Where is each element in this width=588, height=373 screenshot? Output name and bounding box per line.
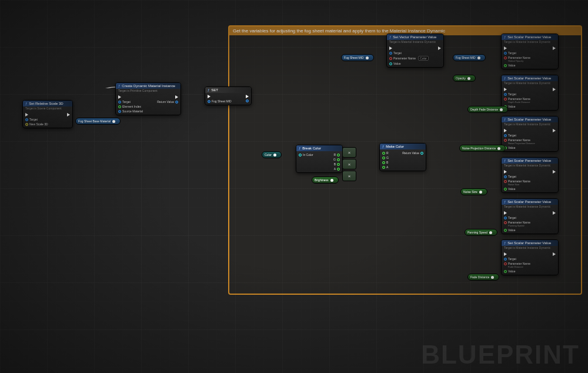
pin-Value[interactable]: Value	[504, 105, 530, 108]
node-header[interactable]: ƒSet Scalar Parameter Value	[502, 240, 558, 246]
pin-Value[interactable]: Value	[504, 187, 530, 191]
pin-exec[interactable]	[25, 113, 48, 116]
pin-exec[interactable]	[389, 46, 429, 50]
pin-exec[interactable]	[504, 211, 530, 215]
pin-G[interactable]: G	[382, 156, 389, 159]
node-ss5[interactable]: ƒSet Scalar Parameter ValueTarget is Mat…	[501, 198, 559, 234]
node-header[interactable]: ƒSet Relative Scale 3D	[23, 101, 72, 106]
pin-Return Value[interactable]: Return Value	[402, 151, 423, 155]
node-setVector[interactable]: ƒSet Vector Parameter ValueTarget is Mat…	[386, 34, 444, 68]
pin-R[interactable]: R	[333, 153, 340, 156]
pin-Target[interactable]: Target	[25, 118, 48, 121]
node-ss2[interactable]: ƒSet Scalar Parameter ValueTarget is Mat…	[501, 75, 559, 111]
pin-Target[interactable]: Target	[389, 51, 429, 55]
node-set[interactable]: ƒSETFog Sheet MID	[205, 86, 252, 105]
pin-Value[interactable]: Value	[504, 228, 530, 232]
node-header[interactable]: ƒSet Scalar Parameter Value	[502, 34, 558, 40]
pin-exec[interactable]	[552, 170, 556, 174]
pin-exec[interactable]	[504, 88, 530, 91]
pin-Value[interactable]: Value	[504, 64, 530, 67]
pin-New Scale 3D[interactable]: New Scale 3D	[25, 122, 48, 126]
node-setScale[interactable]: ƒSet Relative Scale 3DTarget is Scene Co…	[22, 100, 73, 128]
pin-Parameter Name[interactable]: Parameter NameColor	[389, 56, 429, 61]
pin-Target[interactable]: Target	[504, 134, 535, 137]
pin-exec[interactable]	[208, 95, 232, 98]
pin-exec[interactable]	[504, 46, 530, 50]
node-header[interactable]: ƒSet Scalar Parameter Value	[502, 199, 558, 205]
variable-noiseProj[interactable]: Noise Projection Distance	[459, 145, 506, 152]
pin-exec[interactable]	[118, 95, 143, 99]
node-header[interactable]: ƒSet Vector Parameter Value	[387, 34, 443, 40]
variable-noiseSize[interactable]: Noise Size	[460, 188, 487, 195]
pin-exec[interactable]	[504, 252, 530, 256]
pin-exec[interactable]	[552, 88, 556, 91]
node-createMID[interactable]: ƒCreate Dynamic Material InstanceTarget …	[115, 82, 181, 115]
pin-Target[interactable]: Target	[504, 216, 530, 219]
node-header[interactable]: ƒSet Scalar Parameter Value	[502, 75, 558, 81]
pin-exec[interactable]	[66, 113, 70, 116]
pin-exec[interactable]	[552, 211, 556, 215]
variable-mid1[interactable]: Fog Sheet MID	[341, 54, 374, 61]
pin-B[interactable]: B	[382, 161, 389, 164]
pin-exec[interactable]	[552, 129, 556, 132]
node-makeColor[interactable]: ƒMake ColorRGBAReturn Value	[379, 143, 426, 171]
pin-exec[interactable]	[552, 46, 556, 50]
variable-mid2[interactable]: Fog Sheet MID	[453, 54, 486, 61]
pin-exec[interactable]	[157, 95, 178, 99]
multiply-node-1[interactable]: ×	[342, 159, 356, 169]
pin-Fog Sheet MID[interactable]: Fog Sheet MID	[208, 99, 232, 103]
node-header[interactable]: ƒBreak Color	[296, 145, 342, 151]
pin-R[interactable]: R	[382, 151, 389, 155]
pin-exec[interactable]	[245, 95, 249, 98]
node-header[interactable]: ƒSet Scalar Parameter Value	[502, 158, 558, 164]
variable-opacity[interactable]: Opacity	[453, 75, 476, 82]
pin-Value[interactable]: Value	[389, 62, 429, 65]
pin-exec[interactable]	[552, 252, 556, 256]
pin-Target[interactable]: Target	[118, 100, 143, 104]
pin-Return Value[interactable]: Return Value	[157, 100, 178, 104]
node-ss1[interactable]: ƒSet Scalar Parameter ValueTarget is Mat…	[501, 34, 559, 69]
pin-In Color[interactable]: In Color	[299, 153, 313, 156]
pin-Element Index[interactable]: Element Index	[118, 105, 143, 108]
pin-Value[interactable]: Value	[504, 146, 535, 149]
variable-fogSheetMat[interactable]: Fog Sheet Base Material	[75, 118, 121, 125]
pin-Target[interactable]: Target	[504, 257, 530, 261]
node-ss4[interactable]: ƒSet Scalar Parameter ValueTarget is Mat…	[501, 157, 559, 193]
node-ss3[interactable]: ƒSet Scalar Parameter ValueTarget is Mat…	[501, 116, 559, 152]
pin-Source Material[interactable]: Source Material	[118, 109, 143, 113]
pin-exec[interactable]	[504, 129, 535, 132]
variable-brightness[interactable]: Brightness	[312, 176, 339, 184]
pin-exec[interactable]	[437, 46, 441, 50]
pin-G[interactable]: G	[333, 158, 340, 161]
pin-Target[interactable]: Target	[504, 175, 530, 178]
multiply-node-2[interactable]: ×	[342, 171, 356, 181]
node-header[interactable]: ƒMake Color	[380, 144, 426, 149]
variable-color[interactable]: Color	[262, 151, 282, 158]
node-breakColor[interactable]: ƒBreak ColorIn ColorRGBA	[296, 145, 343, 173]
variable-panSpeed[interactable]: Panning Speed	[465, 229, 497, 236]
variable-depthFade[interactable]: Depth Fade Distance	[467, 106, 508, 113]
variable-fadeDist[interactable]: Fade Distance	[467, 274, 499, 281]
node-header[interactable]: ƒCreate Dynamic Material Instance	[116, 83, 181, 89]
pin-exec[interactable]	[504, 170, 530, 174]
pin-blue[interactable]	[245, 99, 249, 102]
pin-Value[interactable]: Value	[504, 269, 530, 273]
pin-B[interactable]: B	[333, 162, 340, 166]
multiply-node-0[interactable]: ×	[342, 147, 356, 158]
node-ss6[interactable]: ƒSet Scalar Parameter ValueTarget is Mat…	[501, 239, 559, 275]
pin-Target[interactable]: Target	[504, 92, 530, 96]
node-header[interactable]: ƒSet Scalar Parameter Value	[502, 116, 558, 122]
pin-A[interactable]: A	[333, 167, 340, 171]
pin-A[interactable]: A	[382, 165, 389, 169]
pin-Target[interactable]: Target	[504, 51, 530, 55]
node-header[interactable]: ƒSET	[205, 87, 251, 93]
